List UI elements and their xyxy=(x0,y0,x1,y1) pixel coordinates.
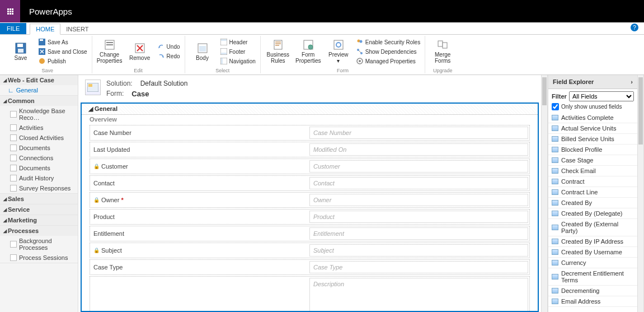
explorer-item[interactable]: Created By Username xyxy=(548,247,637,258)
change-properties-button[interactable]: Change Properties xyxy=(96,38,124,65)
field-placeholder[interactable]: Customer xyxy=(309,160,528,173)
nav-item[interactable]: Background Processes xyxy=(0,236,78,253)
form-field[interactable]: ProductProduct xyxy=(90,209,530,225)
field-label: 🔒Customer xyxy=(90,159,308,174)
explorer-item[interactable]: Currency xyxy=(548,258,637,268)
merge-forms-button[interactable]: Merge Forms xyxy=(429,38,457,65)
form-field[interactable]: 🔒SubjectSubject xyxy=(90,243,530,258)
field-placeholder[interactable]: Description xyxy=(309,278,528,312)
field-placeholder[interactable]: Product xyxy=(309,211,528,223)
field-placeholder[interactable]: Contact xyxy=(309,177,528,189)
form-field[interactable]: Case TypeCase Type xyxy=(90,259,530,275)
form-field[interactable]: DescriptionDescription xyxy=(90,276,530,312)
explorer-item[interactable]: Activities Complete xyxy=(548,113,637,123)
tab-insert[interactable]: INSERT xyxy=(60,24,94,34)
form-field[interactable]: ContactContact xyxy=(90,175,530,191)
nav-item-icon xyxy=(10,111,17,118)
managed-properties-button[interactable]: Managed Properties xyxy=(355,57,421,66)
explorer-title: Field Explorer xyxy=(553,78,594,85)
save-close-icon xyxy=(38,48,46,55)
scrollbar-thumb[interactable] xyxy=(542,77,547,105)
nav-service[interactable]: ◢Service xyxy=(0,204,78,215)
tab-home[interactable]: HOME xyxy=(30,24,60,35)
nav-processes[interactable]: ◢Processes xyxy=(0,226,78,236)
explorer-item[interactable]: Actual Service Units xyxy=(548,123,637,134)
undo-button[interactable]: Undo xyxy=(156,43,181,52)
waffle-icon xyxy=(7,8,13,15)
svg-rect-8 xyxy=(106,42,113,43)
form-field[interactable]: EntitlementEntitlement xyxy=(90,226,530,241)
unused-checkbox[interactable] xyxy=(552,103,559,110)
explorer-item[interactable]: Decrementing xyxy=(548,286,637,296)
field-placeholder[interactable]: Case Type xyxy=(309,261,528,273)
explorer-item[interactable]: Created By (External Party) xyxy=(548,219,637,236)
nav-marketing[interactable]: ◢Marketing xyxy=(0,215,78,225)
save-close-button[interactable]: Save and Close xyxy=(37,47,88,56)
body-button[interactable]: Body xyxy=(189,41,217,62)
form-properties-button[interactable]: Form Properties xyxy=(294,38,322,65)
nav-item[interactable]: Closed Activities xyxy=(0,133,78,143)
tab-file[interactable]: FILE xyxy=(0,23,26,34)
svg-rect-16 xyxy=(221,53,227,54)
scrollbar-thumb[interactable] xyxy=(638,77,643,145)
explorer-item[interactable]: Email Address xyxy=(548,296,637,307)
collapse-icon[interactable]: › xyxy=(631,78,633,85)
nav-item[interactable]: Connections xyxy=(0,153,78,163)
explorer-scrollbar[interactable] xyxy=(637,75,644,312)
field-label: Product xyxy=(90,209,308,224)
explorer-item[interactable]: Check Email xyxy=(548,166,637,176)
explorer-item[interactable]: Contract Line xyxy=(548,187,637,198)
save-as-button[interactable]: Save As xyxy=(37,38,88,46)
nav-webedit[interactable]: ◢Web - Edit Case xyxy=(0,75,78,85)
nav-item[interactable]: Activities xyxy=(0,123,78,133)
save-button[interactable]: Save xyxy=(7,41,35,62)
app-launcher[interactable] xyxy=(0,0,20,22)
explorer-item[interactable]: Case Stage xyxy=(548,155,637,166)
form-field[interactable]: Case NumberCase Number xyxy=(90,125,530,141)
explorer-item[interactable]: Decrement Entitlement Terms xyxy=(548,268,637,286)
publish-button[interactable]: Publish xyxy=(37,57,88,66)
nav-item[interactable]: Audit History xyxy=(0,173,78,183)
business-rules-icon xyxy=(272,39,284,50)
form-canvas[interactable]: ◢ General Overview Case NumberCase Numbe… xyxy=(81,103,539,312)
form-field[interactable]: Last UpdatedModified On xyxy=(90,142,530,157)
svg-rect-9 xyxy=(106,44,113,45)
field-placeholder[interactable]: Modified On xyxy=(309,143,528,156)
footer-button[interactable]: Footer xyxy=(219,47,257,56)
explorer-item[interactable]: Created By (Delegate) xyxy=(548,208,637,219)
redo-button[interactable]: Redo xyxy=(156,52,181,61)
field-placeholder[interactable]: Subject xyxy=(309,244,528,257)
explorer-item[interactable]: Contract xyxy=(548,176,637,187)
ribbon-tabstrip: FILE HOME INSERT ? xyxy=(0,22,644,35)
nav-item[interactable]: Documents xyxy=(0,163,78,173)
remove-button[interactable]: Remove xyxy=(126,41,154,62)
explorer-item[interactable]: Created By xyxy=(548,198,637,208)
security-roles-button[interactable]: Enable Security Roles xyxy=(355,38,421,46)
nav-item[interactable]: Process Sessions xyxy=(0,253,78,263)
nav-item[interactable]: Documents xyxy=(0,143,78,153)
explorer-item[interactable]: Blocked Profile xyxy=(548,145,637,155)
nav-common[interactable]: ◢Common xyxy=(0,96,78,106)
form-properties-icon xyxy=(303,39,314,50)
nav-general[interactable]: ∟ General xyxy=(0,85,78,95)
preview-button[interactable]: Preview ▾ xyxy=(325,38,352,65)
nav-sales[interactable]: ◢Sales xyxy=(0,194,78,204)
field-placeholder[interactable]: Case Number xyxy=(309,127,528,139)
field-placeholder[interactable]: Owner xyxy=(309,194,528,206)
ribbon-group-upgrade: Merge Forms Upgrade xyxy=(425,36,460,73)
field-placeholder[interactable]: Entitlement xyxy=(309,227,528,240)
help-icon[interactable]: ? xyxy=(631,24,638,31)
navigation-button[interactable]: Navigation xyxy=(219,57,257,66)
business-rules-button[interactable]: Business Rules xyxy=(264,38,292,65)
section-general[interactable]: ◢ General xyxy=(82,104,538,115)
dependencies-button[interactable]: Show Dependencies xyxy=(355,47,421,56)
header-button[interactable]: Header xyxy=(219,38,257,46)
filter-select[interactable]: All Fields xyxy=(569,91,634,101)
main-scrollbar[interactable] xyxy=(541,75,548,312)
explorer-item[interactable]: Billed Service Units xyxy=(548,134,637,145)
explorer-item[interactable]: Created By IP Address xyxy=(548,236,637,247)
form-field[interactable]: 🔒CustomerCustomer xyxy=(90,159,530,174)
nav-item[interactable]: Survey Responses xyxy=(0,183,78,193)
nav-item[interactable]: Knowledge Base Reco… xyxy=(0,106,78,123)
form-field[interactable]: 🔒Owner *Owner xyxy=(90,192,530,208)
